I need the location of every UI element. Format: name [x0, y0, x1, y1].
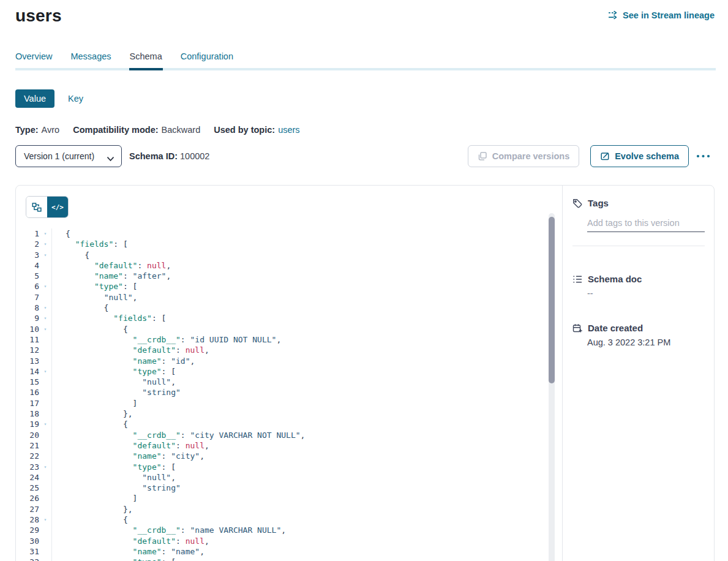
- line-number: 17: [16, 398, 39, 409]
- code-text: {: [51, 324, 549, 334]
- line-number: 7: [16, 292, 39, 303]
- fold-arrow-icon[interactable]: ▾: [39, 250, 51, 260]
- fold-arrow-icon[interactable]: ▾: [39, 239, 51, 249]
- fold-arrow-icon[interactable]: ▾: [39, 281, 51, 292]
- line-number: 27: [16, 504, 39, 514]
- fold-spacer: [39, 483, 51, 493]
- code-line: 25 "string": [16, 483, 549, 493]
- fold-arrow-icon[interactable]: ▾: [39, 557, 51, 561]
- code-text: "name": "after",: [51, 271, 549, 281]
- tab-bar: Overview Messages Schema Configuration: [15, 51, 715, 70]
- fold-arrow-icon[interactable]: ▾: [39, 313, 51, 323]
- topic-link[interactable]: users: [278, 125, 299, 135]
- stream-lineage-label: See in Stream lineage: [623, 10, 715, 20]
- code-text: {: [51, 419, 549, 429]
- line-number: 8: [16, 303, 39, 313]
- code-text: "string": [51, 483, 549, 493]
- value-toggle-button[interactable]: Value: [15, 89, 54, 108]
- line-number: 25: [16, 483, 39, 493]
- line-number: 6: [16, 281, 39, 292]
- fold-arrow-icon[interactable]: ▾: [39, 419, 51, 429]
- code-line: 18 },: [16, 409, 549, 419]
- code-text: "__crdb__": "id UUID NOT NULL",: [51, 334, 549, 345]
- view-mode-toggle: </>: [26, 196, 69, 218]
- code-line: 6▾ "type": [: [16, 281, 549, 292]
- fold-spacer: [39, 451, 51, 461]
- code-line: 29 "__crdb__": "name VARCHAR NULL",: [16, 525, 549, 535]
- evolve-schema-button[interactable]: Evolve schema: [590, 145, 689, 167]
- key-toggle-button[interactable]: Key: [68, 94, 83, 104]
- code-line: 23▾ "type": [: [16, 462, 549, 472]
- code-line: 5 "name": "after",: [16, 271, 549, 281]
- line-number: 5: [16, 271, 39, 281]
- date-created-heading: Date created: [588, 323, 643, 333]
- line-number: 10: [16, 324, 39, 334]
- stream-lineage-link[interactable]: See in Stream lineage: [608, 10, 715, 20]
- schema-id-field: Schema ID: 100002: [129, 151, 209, 161]
- code-text: "default": null,: [51, 440, 549, 451]
- fold-arrow-icon[interactable]: ▾: [39, 462, 51, 472]
- code-text: "name": "name",: [51, 546, 549, 557]
- code-text: "fields": [: [51, 239, 549, 249]
- code-line: 32▾ "type": [: [16, 557, 549, 561]
- tree-view-button[interactable]: [26, 197, 47, 217]
- schema-editor-pane: </> 1▾{2▾ "fields": [3▾ {4 "default": nu…: [16, 186, 562, 561]
- line-number: 1: [16, 228, 39, 239]
- fold-spacer: [39, 334, 51, 345]
- code-text: ]: [51, 398, 549, 409]
- fold-spacer: [39, 260, 51, 271]
- line-number: 24: [16, 472, 39, 483]
- code-line: 15 "null",: [16, 377, 549, 387]
- code-text: "default": null,: [51, 345, 549, 355]
- fold-spacer: [39, 472, 51, 483]
- add-tags-input[interactable]: [587, 217, 705, 232]
- code-line: 14▾ "type": [: [16, 366, 549, 377]
- fold-spacer: [39, 387, 51, 397]
- fold-arrow-icon[interactable]: ▾: [39, 228, 51, 239]
- code-view-button[interactable]: </>: [47, 197, 68, 217]
- date-created-section-header: Date created: [572, 323, 705, 333]
- editor-scrollbar-thumb[interactable]: [549, 217, 555, 383]
- tab-schema[interactable]: Schema: [130, 51, 162, 70]
- evolve-schema-label: Evolve schema: [615, 151, 679, 161]
- code-text: {: [51, 250, 549, 260]
- code-text: "type": [: [51, 462, 549, 472]
- code-line: 2▾ "fields": [: [16, 239, 549, 249]
- line-number: 16: [16, 387, 39, 397]
- code-line: 11 "__crdb__": "id UUID NOT NULL",: [16, 334, 549, 345]
- code-line: 19▾ {: [16, 419, 549, 429]
- line-number: 19: [16, 419, 39, 429]
- version-select[interactable]: Version 1 (current): [15, 145, 122, 167]
- code-line: 3▾ {: [16, 250, 549, 260]
- code-line: 31 "name": "name",: [16, 546, 549, 557]
- line-number: 28: [16, 514, 39, 525]
- line-number: 12: [16, 345, 39, 355]
- fold-spacer: [39, 430, 51, 440]
- fold-arrow-icon[interactable]: ▾: [39, 303, 51, 313]
- fold-arrow-icon[interactable]: ▾: [39, 324, 51, 334]
- code-line: 17 ]: [16, 398, 549, 409]
- code-text: "__crdb__": "city VARCHAR NOT NULL",: [51, 430, 549, 440]
- schema-meta: Type:Avro Compatibility mode:Backward Us…: [15, 125, 715, 135]
- code-line: 22 "name": "city",: [16, 451, 549, 461]
- code-line: 9▾ "fields": [: [16, 313, 549, 323]
- fold-spacer: [39, 292, 51, 303]
- edit-icon: [600, 151, 610, 161]
- fold-arrow-icon[interactable]: ▾: [39, 514, 51, 525]
- code-line: 24 "null",: [16, 472, 549, 483]
- code-line: 8▾ {: [16, 303, 549, 313]
- code-line: 21 "default": null,: [16, 440, 549, 451]
- fold-arrow-icon[interactable]: ▾: [39, 366, 51, 377]
- fold-spacer: [39, 493, 51, 503]
- compare-versions-button[interactable]: Compare versions: [468, 145, 580, 167]
- fold-spacer: [39, 398, 51, 409]
- schema-card: </> 1▾{2▾ "fields": [3▾ {4 "default": nu…: [15, 185, 715, 561]
- code-text: "type": [: [51, 557, 549, 561]
- tags-heading: Tags: [588, 198, 609, 208]
- more-options-button[interactable]: [692, 145, 715, 167]
- schema-doc-value: --: [587, 288, 705, 298]
- code-line: 4 "default": null,: [16, 260, 549, 271]
- tag-icon: [572, 198, 582, 208]
- schema-id-value: 100002: [180, 151, 209, 161]
- topic-field: Used by topic:users: [214, 125, 299, 135]
